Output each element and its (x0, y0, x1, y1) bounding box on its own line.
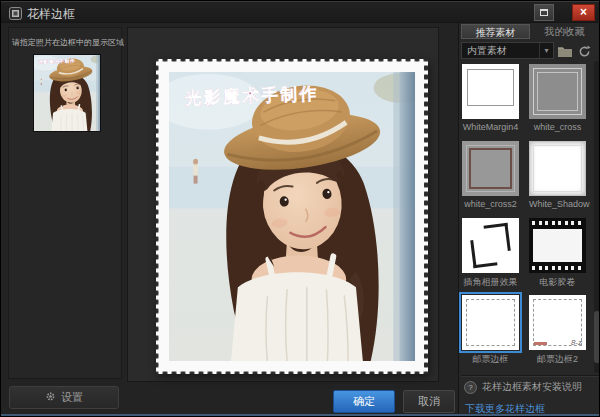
frame-item-label: white_cross2 (462, 199, 519, 209)
stamp2-badge: 8-z (571, 338, 582, 347)
frame-item-white-shadow[interactable]: White_Shadow (529, 141, 586, 209)
stamp-border-preview: 光影魔术手制作 (156, 59, 428, 374)
frame-item-label: 插角相册效果 (462, 276, 519, 289)
refresh-icon (578, 45, 591, 58)
frame-item-whitemargin4[interactable]: WhiteMargin4 (462, 64, 519, 132)
region-instruction: 请指定照片在边框中的显示区域 (12, 37, 122, 48)
panel-scrollbar[interactable] (594, 61, 600, 373)
material-source-select[interactable]: 内置素材 ▾ (461, 42, 554, 59)
material-source-value: 内置素材 (467, 45, 507, 56)
tab-my-favorites[interactable]: 我的收藏 (530, 24, 599, 39)
close-icon: × (580, 5, 587, 19)
frame-item-stamp-border[interactable]: 邮票边框 (462, 295, 519, 366)
install-help-link[interactable]: ? 花样边框素材安装说明 (464, 380, 582, 394)
titlebar: 花样边框 × (1, 1, 599, 23)
panel-separator (461, 375, 599, 377)
settings-button[interactable]: 设置 (9, 386, 119, 409)
refresh-button[interactable] (578, 44, 591, 62)
frame-item-label: 电影胶卷 (529, 276, 586, 289)
install-help-text: 花样边框素材安装说明 (482, 380, 582, 394)
frame-item-label: White_Shadow (529, 199, 586, 209)
frame-item-label: 邮票边框 (462, 353, 519, 366)
frame-item-label: 邮票边框2 (529, 353, 586, 366)
maximize-button[interactable] (534, 4, 554, 21)
cancel-button[interactable]: 取消 (403, 390, 455, 413)
panel-scrollbar-thumb[interactable] (594, 311, 600, 363)
materials-panel: 推荐素材 我的收藏 内置素材 ▾ WhiteMargin4 white_cros… (458, 23, 600, 417)
stamp2-red-mark (534, 342, 547, 345)
gear-icon (45, 391, 56, 404)
frame-item-film-roll[interactable]: 电影胶卷 (529, 218, 586, 289)
frame-item-label: WhiteMargin4 (462, 122, 519, 132)
region-sidebar: 请指定照片在边框中的显示区域 (8, 27, 122, 379)
preview-area: 光影魔术手制作 (127, 27, 439, 382)
framed-photo: 光影魔术手制作 (169, 72, 415, 361)
tab-recommended-materials[interactable]: 推荐素材 (461, 24, 530, 39)
frame-item-stamp-border2[interactable]: 8-z 邮票边框2 (529, 295, 586, 366)
chevron-down-icon: ▾ (539, 43, 553, 58)
source-photo-thumbnail (34, 55, 101, 132)
app-icon (9, 6, 22, 24)
frame-item-white-cross[interactable]: white_cross (529, 64, 586, 132)
folder-icon (557, 46, 573, 58)
window-title: 花样边框 (27, 6, 75, 23)
settings-label: 设置 (61, 390, 83, 405)
source-photo-region-selector[interactable] (33, 54, 101, 132)
open-folder-button[interactable] (557, 44, 573, 62)
frame-item-white-cross2[interactable]: white_cross2 (462, 141, 519, 209)
maximize-icon (540, 9, 548, 16)
download-more-link[interactable]: 下载更多花样边框 (465, 402, 545, 416)
frame-item-label: white_cross (529, 122, 586, 132)
close-button[interactable]: × (572, 4, 595, 21)
help-icon: ? (464, 381, 477, 394)
frame-item-corner-album[interactable]: 插角相册效果 (462, 218, 519, 289)
ok-button[interactable]: 确定 (333, 390, 395, 413)
fancy-border-dialog: 花样边框 × 请指定照片在边框中的显示区域 设置 (0, 0, 600, 417)
